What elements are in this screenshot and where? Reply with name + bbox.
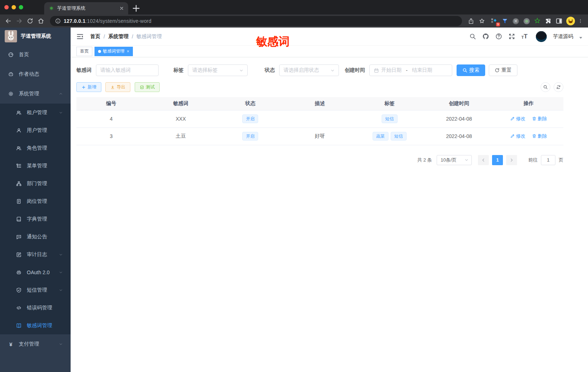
chevron-up-icon — [59, 92, 63, 96]
user-avatar[interactable] — [536, 31, 547, 42]
tags-view-tab-敏感词管理[interactable]: 敏感词管理× — [94, 47, 133, 56]
cell-id: 4 — [76, 110, 146, 128]
plus-icon — [81, 85, 86, 89]
green-star-icon[interactable] — [534, 17, 541, 25]
sidebar-menu: 首页作者动态系统管理 租户管理 用户管理角色管理菜单管理部门管理岗位管理字典管理… — [0, 45, 71, 372]
sidebar-item-支付管理[interactable]: ¥支付管理 — [0, 334, 71, 354]
sidebar-item-错误码管理[interactable]: 错误码管理 — [0, 299, 71, 317]
browser-tab[interactable]: 芋道管理系统 — [44, 2, 128, 14]
record-circle-icon[interactable] — [523, 17, 530, 25]
search-button[interactable]: 搜索 — [457, 64, 485, 76]
toggle-search-button[interactable] — [541, 82, 550, 92]
org-tree-icon — [16, 181, 22, 187]
tab-title: 芋道管理系统 — [57, 5, 116, 12]
sidebar-item-部门管理[interactable]: 部门管理 — [0, 175, 71, 192]
edit-pencil-icon — [510, 134, 515, 138]
sidebar-item-label: 系统管理 — [19, 91, 39, 97]
browser-profile-avatar[interactable] — [566, 17, 575, 25]
minimize-window-button[interactable] — [12, 5, 16, 9]
funnel-icon[interactable] — [501, 17, 508, 25]
sidebar-item-租户管理[interactable]: 租户管理 — [0, 104, 71, 121]
notice-bubble-icon — [16, 234, 22, 240]
share-icon[interactable] — [466, 16, 476, 26]
help-icon[interactable] — [495, 33, 502, 40]
font-size-icon[interactable]: TT — [521, 33, 528, 39]
sidebar-item-岗位管理[interactable]: 岗位管理 — [0, 192, 71, 210]
delete-link[interactable]: 删除 — [532, 133, 547, 139]
site-info-icon[interactable] — [55, 18, 61, 24]
extension-badge: 9 — [496, 22, 500, 26]
sidebar-item-菜单管理[interactable]: 菜单管理 — [0, 157, 71, 175]
export-button[interactable]: 导出 — [105, 82, 130, 92]
cell-created: 2022-04-08 — [424, 110, 494, 128]
breadcrumb-item[interactable]: 首页 — [90, 33, 100, 40]
add-button[interactable]: 新增 — [76, 82, 101, 92]
date-range-input[interactable]: 开始日期 - 结束日期 — [369, 64, 452, 76]
cell-description — [285, 110, 354, 128]
new-tab-button[interactable] — [131, 3, 141, 13]
test-document-icon — [140, 85, 144, 89]
keyword-input[interactable]: 请输入敏感词 — [96, 64, 159, 76]
sidebar-item-通知公告[interactable]: 通知公告 — [0, 228, 71, 246]
tenants-icon — [16, 110, 22, 116]
tag-select[interactable]: 请选择标签 — [188, 64, 248, 76]
delete-link[interactable]: 删除 — [532, 116, 547, 122]
bookmark-star-icon[interactable] — [477, 16, 487, 26]
fullscreen-icon[interactable] — [508, 33, 515, 40]
refresh-table-button[interactable] — [554, 82, 563, 92]
tab-close-icon[interactable] — [119, 5, 125, 11]
puzzle-icon[interactable] — [545, 17, 552, 25]
header-search-icon[interactable] — [469, 33, 476, 40]
user-icon — [16, 128, 22, 133]
command-circle-icon[interactable]: ⌘ — [512, 17, 519, 25]
breadcrumb-item[interactable]: 系统管理 — [108, 33, 129, 40]
page-size-select[interactable]: 10条/页 — [437, 155, 472, 165]
back-icon[interactable] — [4, 16, 13, 26]
audit-log-icon — [16, 252, 22, 258]
sidebar-item-oauth-2.0[interactable]: OAuth 2.0 — [0, 263, 71, 281]
cell-id: 3 — [76, 128, 146, 145]
reload-icon[interactable] — [25, 16, 35, 26]
tags-view-tab-首页[interactable]: 首页 — [76, 47, 92, 56]
page-number-1[interactable]: 1 — [492, 155, 503, 165]
forward-icon[interactable] — [14, 16, 24, 26]
zoom-window-button[interactable] — [19, 5, 23, 9]
sidebar-item-作者动态[interactable]: 作者动态 — [0, 64, 71, 84]
sidebar-item-审计日志[interactable]: 审计日志 — [0, 246, 71, 263]
pagination: 共 2 条 10条/页 1 前往 页 — [76, 155, 563, 165]
github-icon[interactable] — [482, 33, 489, 40]
sidebar-item-label: 首页 — [19, 51, 29, 58]
user-menu-caret-icon[interactable] — [579, 37, 582, 39]
sidebar-item-首页[interactable]: 首页 — [0, 45, 71, 64]
sidebar-collapse-icon[interactable] — [76, 33, 84, 40]
edit-link[interactable]: 修改 — [510, 133, 525, 139]
tag-label: 标签 — [173, 67, 184, 74]
sidebar-item-敏感词管理[interactable]: 敏感词管理 — [0, 317, 71, 334]
date-label: 创建时间 — [345, 67, 365, 74]
sidebar-item-label: 字典管理 — [27, 216, 47, 222]
edit-pencil-icon — [510, 116, 515, 121]
sidebar-item-用户管理[interactable]: 用户管理 — [0, 121, 71, 139]
sidebar-item-系统管理[interactable]: 系统管理 — [0, 84, 71, 104]
close-window-button[interactable] — [4, 5, 9, 9]
status-select[interactable]: 请选择启用状态 — [279, 64, 339, 76]
chevron-down-icon — [59, 111, 63, 114]
url-bar[interactable]: 127.0.0.1:1024/system/sensitive-word — [50, 16, 462, 26]
prev-page-button[interactable] — [478, 155, 489, 165]
grid-diamond-icon[interactable]: 9 — [490, 17, 497, 25]
reset-button[interactable]: 重置 — [489, 64, 517, 76]
close-tab-icon[interactable]: × — [127, 49, 129, 54]
next-page-button[interactable] — [506, 155, 517, 165]
test-button[interactable]: 测试 — [135, 82, 160, 92]
home-icon[interactable] — [36, 16, 46, 26]
column-header-操作: 操作 — [494, 97, 563, 110]
goto-page-input[interactable] — [541, 155, 555, 165]
split-view-icon[interactable] — [555, 17, 563, 25]
sidebar-item-角色管理[interactable]: 角色管理 — [0, 139, 71, 157]
edit-link[interactable]: 修改 — [510, 116, 525, 122]
sidebar-item-短信管理[interactable]: 短信管理 — [0, 281, 71, 299]
chevron-down-icon — [239, 68, 243, 72]
browser-menu-icon[interactable] — [576, 16, 584, 26]
cell-tags: 蔬菜短信 — [355, 128, 424, 145]
sidebar-item-字典管理[interactable]: 字典管理 — [0, 210, 71, 228]
